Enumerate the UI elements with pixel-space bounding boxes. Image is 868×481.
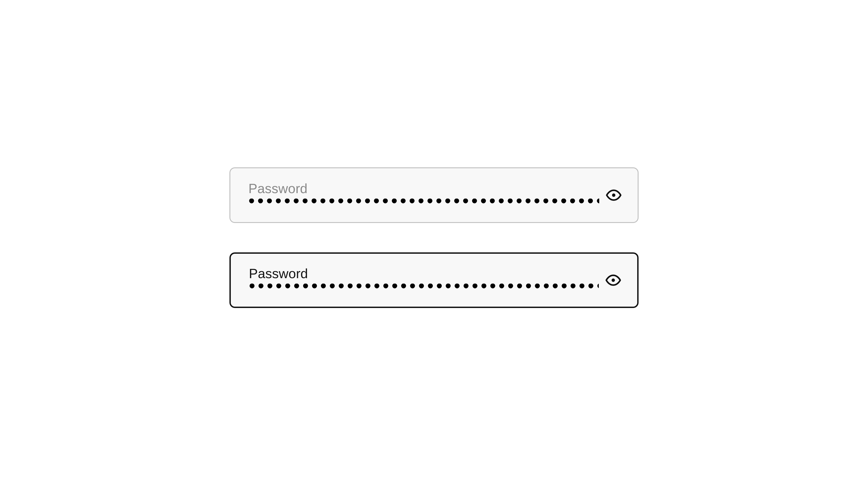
password-masked-value: ••••••••••••••••••••••••••••••••••••••••…: [248, 199, 599, 203]
form-canvas: Password •••••••••••••••••••••••••••••••…: [0, 0, 868, 481]
password-field-inactive[interactable]: Password •••••••••••••••••••••••••••••••…: [229, 167, 639, 223]
password-masked-value: ••••••••••••••••••••••••••••••••••••••••…: [249, 284, 599, 288]
password-masked-row: ••••••••••••••••••••••••••••••••••••••••…: [248, 199, 599, 209]
password-masked-row: ••••••••••••••••••••••••••••••••••••••••…: [249, 283, 599, 294]
eye-icon: [605, 187, 622, 204]
toggle-visibility-button[interactable]: [604, 271, 622, 289]
password-label: Password: [248, 181, 599, 196]
password-field-active-wrapper: Password •••••••••••••••••••••••••••••••…: [229, 252, 639, 308]
password-label: Password: [249, 266, 599, 281]
svg-point-1: [612, 279, 615, 282]
password-field-inactive-wrapper: Password •••••••••••••••••••••••••••••••…: [229, 167, 639, 223]
password-field-active[interactable]: Password •••••••••••••••••••••••••••••••…: [229, 252, 639, 308]
svg-point-0: [612, 193, 616, 197]
toggle-visibility-button[interactable]: [604, 186, 623, 204]
eye-icon: [605, 272, 622, 289]
